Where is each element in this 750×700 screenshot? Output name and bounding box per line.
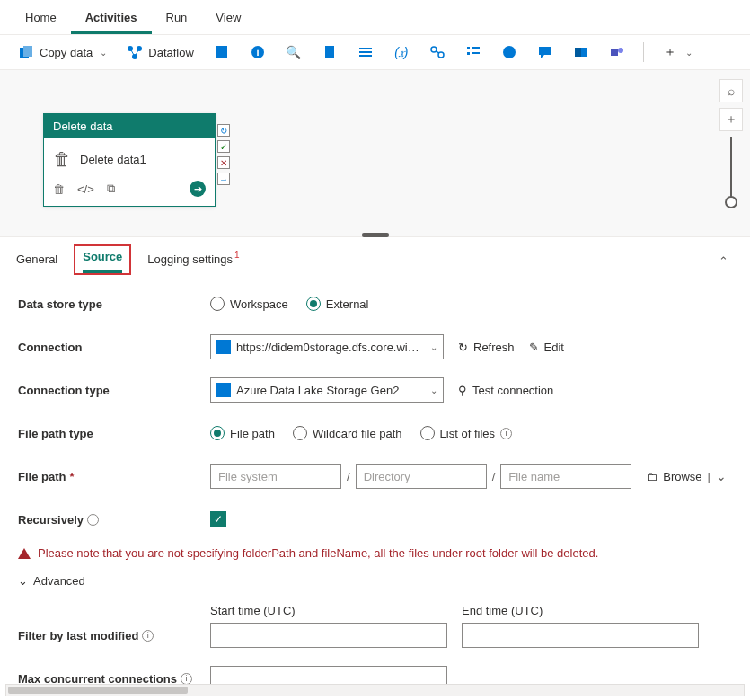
scrollbar-thumb[interactable] bbox=[8, 687, 188, 694]
path-separator: / bbox=[347, 470, 350, 483]
label-data-store-type: Data store type bbox=[18, 297, 210, 311]
canvas-add-button[interactable]: ＋ bbox=[719, 108, 743, 131]
svg-text:i: i bbox=[256, 47, 259, 58]
svg-line-14 bbox=[436, 51, 439, 53]
handle-failure-icon[interactable]: ✕ bbox=[217, 156, 230, 169]
radio-list-of-files[interactable]: List of filesi bbox=[420, 426, 512, 440]
tb-list-icon[interactable] bbox=[350, 40, 381, 64]
tb-search-icon[interactable]: 🔍 bbox=[278, 40, 309, 64]
label-recursively: Recursively i bbox=[18, 513, 210, 527]
svg-rect-16 bbox=[472, 47, 480, 49]
tab-home[interactable]: Home bbox=[11, 5, 71, 34]
refresh-button[interactable]: ↻Refresh bbox=[458, 341, 515, 354]
radio-wildcard[interactable]: Wildcard file path bbox=[293, 426, 402, 440]
info-icon[interactable]: i bbox=[500, 428, 512, 439]
tb-info-icon[interactable]: i bbox=[243, 40, 273, 64]
toolbar: Copy data ⌄ Dataflow i 🔍 (𝑥) ＋⌄ bbox=[0, 35, 750, 70]
file-system-input[interactable] bbox=[210, 464, 341, 489]
info-icon[interactable]: i bbox=[142, 630, 154, 642]
detail-tab-logging[interactable]: Logging settings1 bbox=[147, 249, 237, 273]
test-connection-button[interactable]: ⚲Test connection bbox=[458, 384, 553, 397]
tb-link-icon[interactable] bbox=[422, 40, 453, 64]
node-run-icon[interactable]: ➔ bbox=[190, 181, 206, 197]
node-copy-icon[interactable]: ⧉ bbox=[107, 182, 115, 196]
tb-chat-icon[interactable] bbox=[530, 40, 560, 64]
pipeline-canvas[interactable]: ⌕ ＋ Delete data 🗑 Delete data1 🗑 </> ⧉ ➔… bbox=[0, 70, 750, 237]
directory-input[interactable] bbox=[356, 464, 487, 489]
toolbar-separator bbox=[643, 42, 644, 62]
chevron-down-icon: ⌄ bbox=[430, 385, 437, 395]
radio-workspace[interactable]: Workspace bbox=[210, 297, 288, 311]
zoom-slider-track[interactable] bbox=[730, 137, 732, 198]
radio-file-path[interactable]: File path bbox=[210, 426, 275, 440]
connection-select[interactable]: https://didem0storage.dfs.core.wind... ⌄ bbox=[210, 334, 444, 359]
svg-rect-21 bbox=[575, 48, 581, 57]
horizontal-scrollbar[interactable] bbox=[5, 684, 745, 696]
time-column-headers: Start time (UTC) End time (UTC) bbox=[210, 604, 732, 617]
tb-variable-icon[interactable]: (𝑥) bbox=[386, 40, 417, 64]
connection-value: https://didem0storage.dfs.core.wind... bbox=[236, 341, 425, 354]
pencil-icon: ✎ bbox=[529, 341, 539, 354]
copy-data-icon bbox=[18, 44, 34, 60]
start-time-input[interactable] bbox=[210, 623, 447, 648]
delete-data-node[interactable]: Delete data 🗑 Delete data1 🗑 </> ⧉ ➔ bbox=[43, 113, 216, 207]
node-delete-icon[interactable]: 🗑 bbox=[53, 182, 65, 196]
collapse-panel-button[interactable]: ⌃ bbox=[719, 254, 734, 268]
svg-rect-9 bbox=[359, 48, 372, 49]
dataflow-button[interactable]: Dataflow bbox=[119, 40, 201, 64]
svg-point-19 bbox=[503, 46, 516, 58]
tab-view[interactable]: View bbox=[201, 5, 255, 34]
warning-text: Please note that you are not specifying … bbox=[38, 546, 598, 560]
chevron-down-icon: ⌄ bbox=[100, 48, 107, 58]
node-output-handles: ↻ ✓ ✕ → bbox=[217, 124, 230, 185]
advanced-toggle[interactable]: ⌄ Advanced bbox=[18, 574, 732, 588]
tb-script-icon[interactable] bbox=[314, 40, 345, 64]
svg-rect-11 bbox=[359, 55, 372, 57]
tb-teams-icon[interactable] bbox=[602, 40, 632, 64]
copy-data-button[interactable]: Copy data ⌄ bbox=[11, 40, 114, 64]
copy-data-label: Copy data bbox=[40, 46, 93, 59]
info-icon[interactable]: i bbox=[181, 673, 192, 685]
node-title: Delete data1 bbox=[80, 153, 146, 166]
error-badge: 1 bbox=[234, 250, 240, 260]
radio-external[interactable]: External bbox=[306, 297, 369, 311]
edit-button[interactable]: ✎Edit bbox=[529, 341, 564, 354]
browse-button[interactable]: 🗀Browse bbox=[646, 470, 701, 483]
warning-icon bbox=[18, 548, 31, 559]
detail-tab-general[interactable]: General bbox=[16, 249, 57, 273]
node-header: Delete data bbox=[44, 114, 215, 138]
svg-rect-8 bbox=[325, 46, 334, 58]
tb-tasks-icon[interactable] bbox=[458, 40, 489, 64]
zoom-slider-thumb[interactable] bbox=[725, 196, 737, 208]
svg-rect-15 bbox=[467, 47, 470, 49]
handle-success-icon[interactable]: ✓ bbox=[217, 140, 230, 153]
tb-notebook-icon[interactable] bbox=[207, 40, 237, 64]
tb-globe-icon[interactable] bbox=[494, 40, 525, 64]
tb-add-button[interactable]: ＋⌄ bbox=[655, 40, 700, 64]
connection-type-value: Azure Data Lake Storage Gen2 bbox=[236, 384, 425, 397]
browse-chevron-icon[interactable]: ⌄ bbox=[716, 469, 727, 483]
tb-outlook-icon[interactable] bbox=[566, 40, 596, 64]
chevron-down-icon: ⌄ bbox=[430, 342, 437, 352]
svg-rect-22 bbox=[611, 49, 618, 56]
chevron-down-icon: ⌄ bbox=[18, 574, 28, 588]
dataflow-icon bbox=[127, 44, 143, 60]
connection-type-select[interactable]: Azure Data Lake Storage Gen2 ⌄ bbox=[210, 377, 444, 403]
detail-tab-source-highlight: Source bbox=[74, 244, 131, 275]
node-code-icon[interactable]: </> bbox=[77, 182, 94, 196]
file-name-input[interactable] bbox=[500, 464, 631, 489]
svg-rect-18 bbox=[472, 52, 480, 54]
handle-retry-icon[interactable]: ↻ bbox=[217, 124, 230, 137]
end-time-input[interactable] bbox=[462, 623, 699, 648]
connection-type-icon bbox=[216, 383, 231, 397]
warning-message: Please note that you are not specifying … bbox=[18, 546, 732, 560]
info-icon[interactable]: i bbox=[87, 514, 99, 526]
source-form: Data store type Workspace External Conne… bbox=[0, 275, 750, 700]
detail-tab-source[interactable]: Source bbox=[83, 246, 122, 273]
recursively-checkbox[interactable]: ✓ bbox=[210, 511, 226, 527]
tab-run[interactable]: Run bbox=[152, 5, 202, 34]
handle-completion-icon[interactable]: → bbox=[217, 173, 230, 185]
tab-activities[interactable]: Activities bbox=[71, 5, 152, 34]
canvas-search-button[interactable]: ⌕ bbox=[719, 79, 743, 102]
label-connection: Connection bbox=[18, 341, 210, 354]
